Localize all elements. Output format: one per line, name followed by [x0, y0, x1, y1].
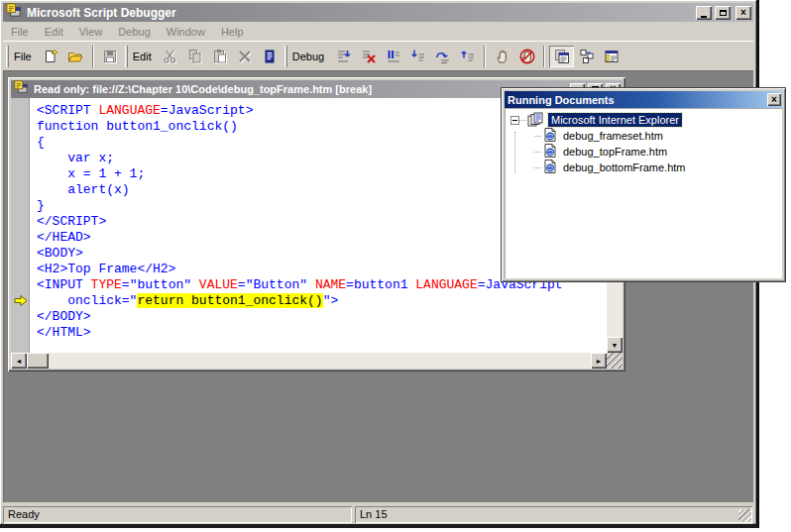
toolbar-edit-label: Edit	[133, 51, 152, 62]
save-icon	[102, 49, 118, 64]
tree-connector	[519, 120, 526, 121]
tree-item-debug_topFrame-htm[interactable]: debug_topFrame.htm	[505, 144, 782, 160]
code-line-13: onclick="return button1_onclick()">	[37, 293, 607, 309]
scroll-left-button[interactable]: ◄	[11, 353, 27, 369]
cut-icon	[163, 49, 178, 64]
call-stack-button[interactable]	[574, 46, 599, 67]
current-statement-arrow-icon	[14, 295, 28, 306]
command-window-button[interactable]	[599, 46, 623, 67]
toolbar-file-label: File	[14, 51, 32, 62]
step-into-button[interactable]	[405, 46, 430, 67]
menu-item-edit[interactable]: Edit	[37, 24, 71, 40]
running-documents-button[interactable]	[549, 46, 574, 67]
toolbar-separator	[543, 46, 545, 67]
paste-button[interactable]	[208, 46, 233, 67]
menu-item-help[interactable]: Help	[213, 24, 252, 40]
horizontal-scrollbar[interactable]: ◄ ►	[11, 353, 607, 369]
command-window-icon	[604, 49, 620, 64]
break-button[interactable]	[381, 46, 405, 67]
copy-icon	[187, 49, 203, 64]
save-button[interactable]	[98, 46, 123, 67]
editor-gutter[interactable]	[11, 98, 30, 353]
tree-item-label: debug_topFrame.htm	[561, 145, 669, 159]
menu-item-view[interactable]: View	[71, 24, 111, 40]
toolbar-separator	[484, 46, 486, 67]
toolbar-debug-label: Debug	[292, 51, 324, 62]
tree-item-label: debug_bottomFrame.htm	[561, 160, 688, 174]
open-button[interactable]	[63, 46, 88, 67]
toolbar-grabber[interactable]	[6, 46, 9, 67]
view-source-button[interactable]	[258, 46, 282, 67]
scroll-down-button[interactable]: ▼	[607, 337, 622, 353]
step-into-icon	[410, 49, 426, 64]
break-icon	[386, 49, 401, 64]
paste-icon	[212, 49, 228, 64]
view-source-icon	[262, 49, 278, 64]
cut-button[interactable]	[159, 46, 183, 67]
maximize-button[interactable]	[715, 6, 731, 20]
scroll-right-button[interactable]: ►	[591, 353, 607, 369]
delete-icon	[237, 49, 253, 64]
tree-item-label: debug_frameset.htm	[561, 129, 665, 143]
copy-button[interactable]	[183, 46, 208, 67]
toolbar-grabber[interactable]	[125, 46, 128, 67]
status-message: Ready	[3, 506, 352, 523]
status-bar: Ready Ln 15	[3, 502, 753, 524]
stop-debugging-icon	[361, 49, 377, 64]
menu-item-window[interactable]: Window	[159, 24, 213, 40]
close-icon: ×	[740, 8, 746, 18]
clear-breakpoints-icon	[519, 49, 535, 64]
document-resize-grip[interactable]	[607, 353, 622, 369]
document-icon	[14, 80, 28, 98]
clear-breakpoints-button[interactable]	[514, 46, 539, 67]
running-documents-tree: Microsoft Internet Explorer debug_frames…	[505, 108, 782, 278]
running-documents-window: Running Documents × Microsoft Internet E…	[501, 87, 786, 282]
menu-bar: FileEditViewDebugWindowHelp	[3, 23, 753, 41]
tree-item-root[interactable]: Microsoft Internet Explorer	[505, 112, 782, 128]
new-document-button[interactable]	[39, 46, 63, 67]
toolbar-grabber[interactable]	[284, 46, 287, 67]
window-title: Microsoft Script Debugger	[27, 6, 693, 20]
minimize-icon	[701, 16, 707, 18]
running-documents-icon	[554, 49, 570, 64]
toolbar-separator	[92, 46, 94, 67]
tree-item-debug_bottomFrame-htm[interactable]: debug_bottomFrame.htm	[505, 160, 782, 175]
window-resize-grip[interactable]	[738, 509, 751, 522]
tree-connector	[534, 152, 541, 153]
running-documents-title: Running Documents	[508, 94, 767, 106]
step-out-icon	[460, 49, 476, 64]
running-documents-title-bar[interactable]: Running Documents ×	[505, 91, 782, 108]
tree-connector	[534, 167, 541, 168]
tree-connector	[534, 136, 541, 137]
line-indicator: Ln 15	[355, 506, 752, 523]
open-folder-icon	[67, 49, 83, 64]
close-icon: ×	[771, 95, 777, 105]
code-line-15: </HTML>	[37, 325, 607, 341]
tree-item-label: Microsoft Internet Explorer	[548, 113, 682, 127]
running-documents-stack-icon	[527, 112, 545, 129]
maximize-icon	[720, 10, 727, 16]
step-over-icon	[435, 49, 451, 64]
horizontal-scroll-thumb[interactable]	[27, 353, 49, 369]
toolbar: File Edit	[3, 41, 753, 70]
step-over-button[interactable]	[430, 46, 455, 67]
run-button[interactable]	[331, 46, 356, 67]
menu-item-debug[interactable]: Debug	[110, 24, 158, 40]
app-icon	[6, 3, 21, 22]
menu-item-file[interactable]: File	[3, 24, 37, 40]
run-icon	[336, 49, 352, 64]
minimize-button[interactable]	[696, 6, 712, 20]
code-line-14: </BODY>	[37, 309, 607, 325]
step-out-button[interactable]	[455, 46, 480, 67]
stop-debugging-button[interactable]	[356, 46, 381, 67]
close-button[interactable]: ×	[735, 6, 751, 20]
toggle-breakpoint-icon	[495, 49, 510, 64]
tree-collapse-icon[interactable]	[510, 116, 519, 125]
tree-item-debug_frameset-htm[interactable]: debug_frameset.htm	[505, 128, 782, 144]
title-bar[interactable]: Microsoft Script Debugger ×	[3, 3, 753, 22]
toggle-breakpoint-button[interactable]	[490, 46, 514, 67]
running-documents-close-button[interactable]: ×	[767, 93, 781, 106]
delete-button[interactable]	[233, 46, 258, 67]
html-document-icon	[542, 159, 558, 176]
new-document-icon	[43, 49, 58, 64]
